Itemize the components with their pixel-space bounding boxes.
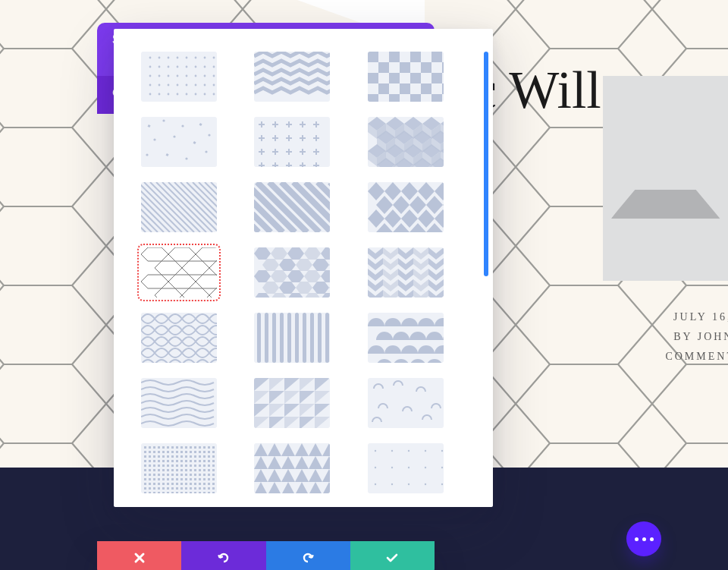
undo-button[interactable] bbox=[181, 541, 265, 570]
pattern-swatch-half-tri[interactable] bbox=[254, 378, 330, 428]
svg-rect-207 bbox=[194, 465, 196, 467]
svg-rect-202 bbox=[171, 465, 174, 467]
svg-rect-175 bbox=[194, 455, 196, 458]
svg-point-70 bbox=[181, 124, 184, 127]
svg-rect-134 bbox=[153, 446, 155, 449]
svg-rect-142 bbox=[190, 446, 192, 449]
svg-rect-267 bbox=[176, 483, 178, 485]
svg-rect-135 bbox=[158, 446, 160, 449]
svg-rect-275 bbox=[212, 483, 215, 485]
pattern-swatch-polka-dots-small[interactable] bbox=[141, 52, 217, 102]
svg-rect-295 bbox=[158, 492, 160, 493]
svg-rect-231 bbox=[158, 474, 160, 476]
pattern-swatch-confetti[interactable] bbox=[141, 117, 217, 167]
svg-rect-164 bbox=[144, 455, 146, 458]
svg-rect-285 bbox=[185, 487, 187, 490]
svg-rect-125 bbox=[280, 313, 284, 363]
svg-point-38 bbox=[168, 93, 170, 96]
svg-point-25 bbox=[195, 75, 197, 77]
pattern-swatch-chevron-column[interactable] bbox=[368, 247, 444, 298]
svg-rect-62 bbox=[410, 94, 421, 102]
apply-button[interactable] bbox=[350, 541, 435, 570]
svg-rect-304 bbox=[199, 492, 201, 493]
svg-rect-292 bbox=[144, 492, 146, 493]
svg-point-13 bbox=[158, 66, 161, 68]
svg-rect-132 bbox=[144, 446, 146, 449]
svg-rect-127 bbox=[295, 313, 299, 363]
pattern-swatch-pixel-grid[interactable] bbox=[141, 443, 217, 493]
pattern-swatch-triangles-row[interactable] bbox=[254, 443, 330, 493]
pattern-swatch-hex-outline[interactable] bbox=[141, 247, 217, 298]
svg-point-5 bbox=[158, 57, 161, 59]
pattern-swatch-crescents[interactable] bbox=[368, 378, 444, 428]
svg-rect-187 bbox=[176, 460, 178, 462]
modal-footer bbox=[97, 541, 435, 570]
page-fab[interactable] bbox=[626, 521, 661, 556]
svg-point-76 bbox=[146, 153, 148, 156]
svg-rect-158 bbox=[190, 451, 192, 453]
pattern-swatch-diagonal-lines-thin[interactable] bbox=[141, 182, 217, 232]
svg-rect-153 bbox=[167, 451, 169, 453]
svg-line-97 bbox=[199, 182, 217, 232]
svg-point-21 bbox=[158, 75, 161, 77]
pattern-swatch-plus-grid[interactable] bbox=[254, 117, 330, 167]
svg-point-79 bbox=[205, 150, 207, 153]
redo-button[interactable] bbox=[266, 541, 350, 570]
svg-point-8 bbox=[186, 57, 188, 59]
svg-point-315 bbox=[407, 467, 409, 468]
pattern-swatch-diagonal-lines-thick[interactable] bbox=[254, 182, 330, 232]
svg-rect-194 bbox=[208, 460, 210, 462]
svg-rect-307 bbox=[212, 492, 215, 493]
svg-rect-296 bbox=[162, 492, 165, 493]
pattern-swatch-scallops[interactable] bbox=[368, 313, 444, 363]
svg-rect-185 bbox=[167, 460, 169, 462]
svg-rect-149 bbox=[149, 451, 151, 453]
svg-point-43 bbox=[213, 93, 215, 96]
pattern-swatch-squiggles[interactable] bbox=[141, 378, 217, 428]
ellipsis-icon bbox=[635, 537, 639, 541]
post-byline: BY JOHN DOE bbox=[614, 331, 728, 343]
svg-point-319 bbox=[391, 483, 392, 485]
pattern-swatch-cubes-3d[interactable] bbox=[368, 117, 444, 167]
pattern-swatch-bars-vertical[interactable] bbox=[254, 313, 330, 363]
svg-point-309 bbox=[391, 450, 392, 452]
pattern-swatch-sparse-dots[interactable] bbox=[368, 443, 444, 493]
scrollbar-thumb[interactable] bbox=[484, 52, 488, 276]
svg-rect-236 bbox=[180, 474, 183, 476]
svg-rect-293 bbox=[149, 492, 151, 493]
svg-rect-55 bbox=[431, 73, 442, 83]
svg-point-9 bbox=[195, 57, 197, 59]
svg-rect-181 bbox=[149, 460, 151, 462]
svg-rect-274 bbox=[208, 483, 210, 485]
pattern-swatch-diamonds[interactable] bbox=[368, 182, 444, 232]
pattern-swatch-checkerboard-diag[interactable] bbox=[368, 52, 444, 102]
svg-rect-129 bbox=[310, 313, 314, 363]
pattern-swatch-zigzag-horizontal[interactable] bbox=[254, 52, 330, 102]
svg-rect-133 bbox=[149, 446, 151, 449]
settings-modal: S C bbox=[97, 23, 435, 569]
svg-rect-265 bbox=[167, 483, 169, 485]
svg-rect-45 bbox=[389, 52, 400, 62]
svg-rect-298 bbox=[171, 492, 174, 493]
svg-point-22 bbox=[168, 75, 170, 77]
svg-rect-54 bbox=[410, 73, 421, 83]
svg-rect-251 bbox=[176, 478, 178, 480]
svg-rect-210 bbox=[208, 465, 210, 467]
svg-point-30 bbox=[168, 84, 170, 87]
svg-rect-198 bbox=[153, 465, 155, 467]
svg-rect-219 bbox=[176, 469, 178, 471]
svg-rect-225 bbox=[203, 469, 206, 471]
pattern-swatch-ogee[interactable] bbox=[141, 313, 217, 363]
sidebar-image-placeholder bbox=[603, 76, 728, 281]
cancel-button[interactable] bbox=[97, 541, 181, 570]
svg-point-72 bbox=[153, 138, 155, 140]
svg-rect-248 bbox=[162, 478, 165, 480]
pattern-swatch-hex-tess[interactable] bbox=[254, 247, 330, 298]
svg-point-16 bbox=[186, 66, 188, 68]
svg-rect-68 bbox=[148, 124, 151, 128]
svg-point-75 bbox=[208, 134, 210, 136]
svg-rect-243 bbox=[212, 474, 215, 476]
svg-point-36 bbox=[149, 93, 152, 96]
picker-scrollbar[interactable] bbox=[484, 52, 488, 484]
svg-rect-203 bbox=[176, 465, 178, 467]
